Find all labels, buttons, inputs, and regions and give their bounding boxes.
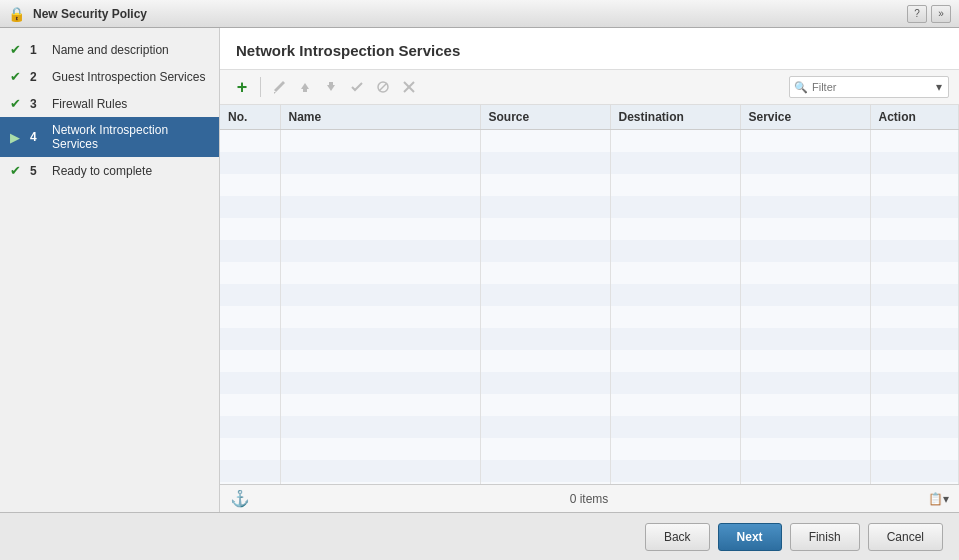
table-cell	[280, 328, 480, 350]
block-button[interactable]	[371, 76, 395, 98]
table-row	[220, 394, 959, 416]
table-cell	[280, 350, 480, 372]
filter-input[interactable]	[812, 81, 932, 93]
sidebar-label-2: Guest Introspection Services	[52, 70, 205, 84]
table-cell	[870, 262, 959, 284]
content-area: Network Introspection Services +	[220, 28, 959, 512]
filter-container: 🔍 ▾	[789, 76, 949, 98]
table-cell	[610, 152, 740, 174]
more-button[interactable]: »	[931, 5, 951, 23]
sidebar-item-5[interactable]: ✔ 5 Ready to complete	[0, 157, 219, 184]
table-cell	[480, 416, 610, 438]
table-row	[220, 416, 959, 438]
table-cell	[870, 350, 959, 372]
table-cell	[480, 306, 610, 328]
table-cell	[740, 152, 870, 174]
sidebar-item-1[interactable]: ✔ 1 Name and description	[0, 36, 219, 63]
table-cell	[480, 174, 610, 196]
table-cell	[280, 196, 480, 218]
table-cell	[220, 416, 280, 438]
table-cell	[280, 218, 480, 240]
table-cell	[610, 174, 740, 196]
table-cell	[280, 460, 480, 482]
table-cell	[280, 152, 480, 174]
table-cell	[870, 306, 959, 328]
toolbar: + 🔍	[220, 70, 959, 105]
next-button[interactable]: Next	[718, 523, 782, 551]
table-cell	[740, 196, 870, 218]
step-num-3: 3	[30, 97, 46, 111]
delete-button[interactable]	[397, 76, 421, 98]
table-cell	[280, 174, 480, 196]
table-row	[220, 152, 959, 174]
table-cell	[870, 218, 959, 240]
table-cell	[280, 394, 480, 416]
table-cell	[280, 438, 480, 460]
items-count: 0 items	[570, 492, 609, 506]
cancel-button[interactable]: Cancel	[868, 523, 943, 551]
sidebar-label-1: Name and description	[52, 43, 169, 57]
table-row	[220, 218, 959, 240]
table-cell	[610, 130, 740, 152]
table-row	[220, 130, 959, 152]
table-cell	[480, 196, 610, 218]
sidebar-label-4: Network Introspection Services	[52, 123, 209, 151]
table-cell	[740, 240, 870, 262]
table-cell	[870, 438, 959, 460]
table-row	[220, 350, 959, 372]
sidebar-item-3[interactable]: ✔ 3 Firewall Rules	[0, 90, 219, 117]
table-cell	[480, 284, 610, 306]
table-cell	[740, 394, 870, 416]
check-button[interactable]	[345, 76, 369, 98]
finish-button[interactable]: Finish	[790, 523, 860, 551]
table-cell	[280, 284, 480, 306]
table-cell	[870, 328, 959, 350]
table-row	[220, 372, 959, 394]
move-up-button[interactable]	[293, 76, 317, 98]
table-cell	[740, 174, 870, 196]
sidebar-item-2[interactable]: ✔ 2 Guest Introspection Services	[0, 63, 219, 90]
step-num-1: 1	[30, 43, 46, 57]
table-cell	[740, 328, 870, 350]
table-cell	[480, 328, 610, 350]
check-icon-2: ✔	[10, 69, 24, 84]
add-button[interactable]: +	[230, 76, 254, 98]
check-icon-5: ✔	[10, 163, 24, 178]
table-cell	[610, 394, 740, 416]
table-cell	[610, 416, 740, 438]
table-cell	[280, 306, 480, 328]
table-cell	[870, 196, 959, 218]
sidebar-item-4[interactable]: ▶ 4 Network Introspection Services	[0, 117, 219, 157]
help-button[interactable]: ?	[907, 5, 927, 23]
check-icon-4: ▶	[10, 130, 24, 145]
table-cell	[480, 438, 610, 460]
table-cell	[740, 284, 870, 306]
window-icon: 🔒	[8, 6, 25, 22]
table-cell	[480, 130, 610, 152]
table-cell	[870, 460, 959, 482]
table-cell	[480, 262, 610, 284]
table-cell	[220, 262, 280, 284]
move-down-button[interactable]	[319, 76, 343, 98]
back-button[interactable]: Back	[645, 523, 710, 551]
edit-button[interactable]	[267, 76, 291, 98]
step-num-5: 5	[30, 164, 46, 178]
sidebar-label-5: Ready to complete	[52, 164, 152, 178]
step-num-2: 2	[30, 70, 46, 84]
svg-rect-0	[303, 89, 307, 92]
table-cell	[220, 196, 280, 218]
export-button[interactable]: 📋▾	[928, 492, 949, 506]
table-cell	[870, 240, 959, 262]
table-row	[220, 328, 959, 350]
table-cell	[280, 130, 480, 152]
filter-dropdown-icon[interactable]: ▾	[932, 80, 946, 94]
content-title: Network Introspection Services	[236, 42, 943, 59]
col-action: Action	[870, 105, 959, 130]
col-source: Source	[480, 105, 610, 130]
table-cell	[610, 218, 740, 240]
table-cell	[740, 130, 870, 152]
table-cell	[220, 328, 280, 350]
table-cell	[480, 350, 610, 372]
table-cell	[740, 438, 870, 460]
table-row	[220, 284, 959, 306]
